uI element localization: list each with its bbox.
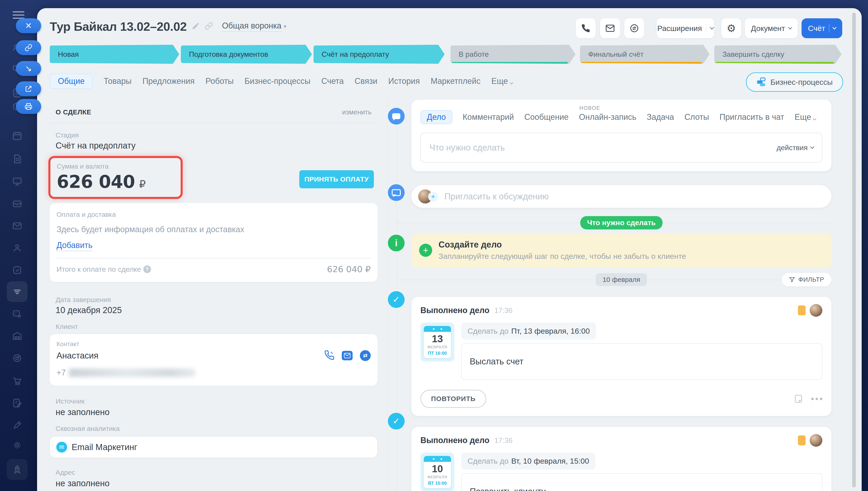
note-icon[interactable] [794, 394, 803, 404]
activity-text[interactable]: Выслать счет [461, 343, 822, 380]
tasks-icon[interactable] [12, 265, 22, 275]
accept-payment-button[interactable]: ПРИНЯТЬ ОПЛАТУ [299, 170, 374, 188]
edit-title-icon[interactable] [192, 22, 200, 31]
filter-label: ФИЛЬТР [798, 276, 824, 283]
vertical-scrollbar[interactable] [852, 13, 856, 487]
stage-docs[interactable]: Подготовка документов [181, 45, 312, 64]
warehouse-icon[interactable] [12, 331, 22, 341]
presentation-icon[interactable] [12, 176, 22, 187]
stage-new[interactable]: Новая [50, 45, 179, 64]
clients-icon[interactable] [12, 243, 22, 253]
calendar-rings [424, 326, 451, 332]
calendar-month: ФЕВРАЛЯ [424, 345, 451, 349]
tab-general[interactable]: Общие [50, 74, 93, 89]
tab-products[interactable]: Товары [103, 77, 131, 86]
responsible-avatar[interactable] [810, 304, 822, 317]
tab-robots[interactable]: Роботы [206, 77, 234, 86]
minimize-slider-button[interactable]: ↘ [16, 61, 41, 76]
extensions-button[interactable]: Расширения [657, 18, 714, 38]
hint-subtitle: Запланируйте следующий шаг по сделке, чт… [439, 252, 686, 261]
settings-button[interactable]: ⚙ [721, 18, 741, 38]
edit-deal-link[interactable]: изменить [342, 108, 371, 116]
actions-label: действия [777, 144, 808, 152]
create-activity-hint-card[interactable]: + Создайте дело Запланируйте следующий ш… [411, 233, 831, 267]
page-icon[interactable] [12, 154, 22, 164]
contact-name[interactable]: Анастасия [57, 351, 98, 360]
composer-tab-task[interactable]: Задача [647, 112, 674, 122]
funnel-selector[interactable]: Общая воронка ▾ [222, 21, 287, 32]
crm-funnel-icon[interactable] [12, 286, 22, 297]
composer-tab-comment[interactable]: Комментарий [463, 112, 514, 122]
document-sign-icon[interactable] [12, 398, 22, 408]
filter-button[interactable]: ФИЛЬТР [782, 273, 831, 286]
source-value[interactable]: не заполнено [50, 407, 378, 417]
composer-tab-online-booking[interactable]: НОВОЕ Онлайн-запись [579, 112, 636, 122]
tab-relations[interactable]: Связи [355, 77, 378, 86]
help-icon[interactable]: ? [143, 265, 151, 273]
info-icon: i [395, 238, 397, 248]
tab-more[interactable]: Еще [491, 77, 513, 86]
composer-tab-invite-chat[interactable]: Пригласить в чат [719, 112, 784, 122]
contact-call-icon[interactable] [324, 350, 334, 361]
composer-tab-slots[interactable]: Слоты [684, 112, 709, 122]
business-processes-button[interactable]: Бизнес-процессы [746, 73, 843, 92]
pen-icon[interactable] [12, 420, 22, 430]
marketing-target-icon[interactable] [12, 353, 22, 363]
tab-marketplace[interactable]: Маркетплейс [430, 77, 481, 86]
chevron-down-icon [788, 25, 792, 29]
close-date-value[interactable]: 10 декабря 2025 [50, 306, 378, 315]
activity-text[interactable]: Позвонить клиенту [461, 473, 822, 491]
copy-link-button[interactable] [16, 40, 41, 55]
shop-cart-icon[interactable] [12, 376, 22, 386]
analytics-value[interactable]: Email Маркетинг [72, 442, 137, 452]
add-participant-icon[interactable]: + [428, 192, 438, 202]
open-new-window-button[interactable] [16, 81, 41, 96]
printer-icon [25, 103, 32, 110]
chevron-down-icon [510, 81, 513, 85]
tab-invoices[interactable]: Счета [321, 77, 343, 86]
stage-label: Подготовка документов [189, 50, 268, 58]
repeat-button[interactable]: ПОВТОРИТЬ [420, 390, 486, 408]
responsible-avatar[interactable] [810, 434, 822, 447]
contact-phone-blurred [69, 369, 196, 377]
composer-tab-message[interactable]: Сообщение [524, 112, 568, 122]
copy-title-link-icon[interactable] [205, 22, 213, 31]
more-actions-icon[interactable] [811, 398, 822, 400]
invite-discussion-input[interactable] [444, 192, 825, 202]
stage-in-progress[interactable]: В работе [450, 45, 575, 64]
plus-icon[interactable]: + [419, 244, 432, 257]
address-value[interactable]: не заполнено [50, 479, 378, 488]
composer-tab-more[interactable]: Еще [795, 112, 816, 122]
composer-tab-deal[interactable]: Дело [420, 110, 452, 124]
call-button[interactable] [576, 18, 596, 38]
todo-input[interactable] [429, 143, 777, 153]
messenger-button[interactable] [624, 18, 644, 38]
stage-prepayment-invoice[interactable]: Счёт на предоплату [313, 45, 445, 64]
amount-value[interactable]: 626 040 [57, 172, 135, 192]
contact-1c-exchange-icon[interactable]: ⇄ [360, 350, 371, 361]
close-icon: ✕ [25, 22, 32, 30]
payment-label: Оплата и доставка [57, 211, 371, 219]
stage-close-deal[interactable]: Завершить сделку [714, 45, 842, 64]
close-slider-button[interactable]: ✕ [16, 18, 41, 33]
invoice-button[interactable]: Счёт [802, 18, 842, 38]
rocket-icon[interactable] [12, 464, 22, 475]
tab-quotes[interactable]: Предложения [142, 77, 194, 86]
add-payment-link[interactable]: Добавить [57, 240, 92, 251]
schedule-icon[interactable] [12, 309, 22, 319]
stage-final-invoice[interactable]: Финальный счёт [580, 45, 710, 64]
mail-icon[interactable] [12, 221, 22, 231]
drawer-icon[interactable] [12, 199, 22, 209]
stage-field-value[interactable]: Счёт на предоплату [50, 141, 378, 150]
link-icon [25, 44, 32, 52]
tab-business-processes[interactable]: Бизнес-процессы [245, 77, 310, 86]
settings-gear-icon[interactable] [12, 440, 22, 450]
print-button[interactable] [16, 99, 41, 114]
contact-email-icon[interactable] [342, 351, 353, 360]
actions-dropdown[interactable]: действия [777, 144, 814, 152]
document-button[interactable]: Документ [745, 18, 798, 38]
timeline-info-icon: i [388, 235, 405, 251]
tab-history[interactable]: История [388, 77, 420, 86]
calendar-icon[interactable] [12, 131, 22, 141]
email-button[interactable] [600, 18, 620, 38]
